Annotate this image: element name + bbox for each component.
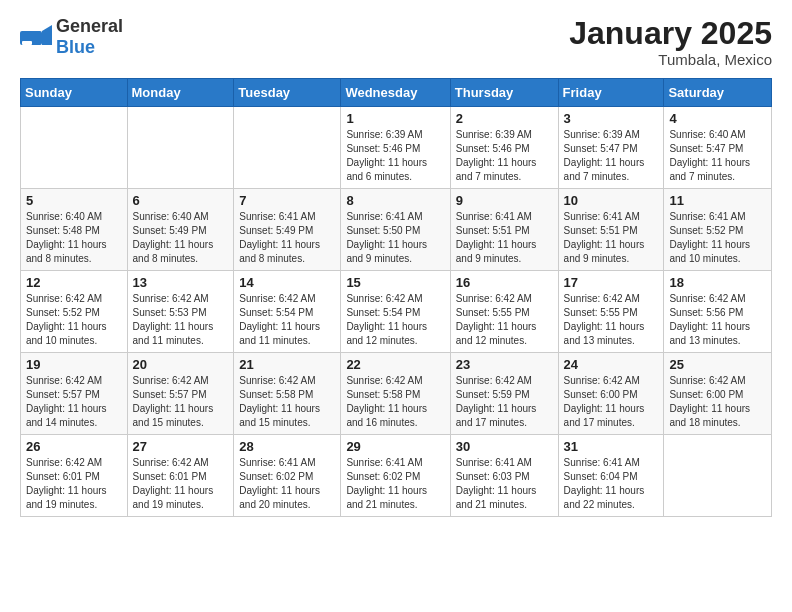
day-info: Sunrise: 6:42 AMSunset: 5:58 PMDaylight:…: [239, 374, 335, 430]
day-number: 29: [346, 439, 444, 454]
calendar-header-row: SundayMondayTuesdayWednesdayThursdayFrid…: [21, 79, 772, 107]
calendar-cell: 30Sunrise: 6:41 AMSunset: 6:03 PMDayligh…: [450, 435, 558, 517]
day-info: Sunrise: 6:42 AMSunset: 5:55 PMDaylight:…: [456, 292, 553, 348]
logo-icon: [20, 21, 52, 53]
calendar-cell: 8Sunrise: 6:41 AMSunset: 5:50 PMDaylight…: [341, 189, 450, 271]
calendar-cell: 31Sunrise: 6:41 AMSunset: 6:04 PMDayligh…: [558, 435, 664, 517]
day-info: Sunrise: 6:41 AMSunset: 6:02 PMDaylight:…: [239, 456, 335, 512]
day-info: Sunrise: 6:42 AMSunset: 5:59 PMDaylight:…: [456, 374, 553, 430]
calendar-cell: 10Sunrise: 6:41 AMSunset: 5:51 PMDayligh…: [558, 189, 664, 271]
calendar-cell: 4Sunrise: 6:40 AMSunset: 5:47 PMDaylight…: [664, 107, 772, 189]
day-info: Sunrise: 6:41 AMSunset: 5:50 PMDaylight:…: [346, 210, 444, 266]
day-header-monday: Monday: [127, 79, 234, 107]
calendar-cell: 11Sunrise: 6:41 AMSunset: 5:52 PMDayligh…: [664, 189, 772, 271]
calendar-cell: 21Sunrise: 6:42 AMSunset: 5:58 PMDayligh…: [234, 353, 341, 435]
day-number: 22: [346, 357, 444, 372]
day-number: 2: [456, 111, 553, 126]
day-info: Sunrise: 6:42 AMSunset: 5:57 PMDaylight:…: [133, 374, 229, 430]
day-info: Sunrise: 6:39 AMSunset: 5:47 PMDaylight:…: [564, 128, 659, 184]
day-info: Sunrise: 6:41 AMSunset: 6:04 PMDaylight:…: [564, 456, 659, 512]
day-info: Sunrise: 6:40 AMSunset: 5:48 PMDaylight:…: [26, 210, 122, 266]
day-info: Sunrise: 6:42 AMSunset: 5:58 PMDaylight:…: [346, 374, 444, 430]
calendar-title: January 2025: [569, 16, 772, 51]
calendar-week-row: 1Sunrise: 6:39 AMSunset: 5:46 PMDaylight…: [21, 107, 772, 189]
calendar-cell: 2Sunrise: 6:39 AMSunset: 5:46 PMDaylight…: [450, 107, 558, 189]
day-info: Sunrise: 6:41 AMSunset: 5:51 PMDaylight:…: [456, 210, 553, 266]
day-number: 12: [26, 275, 122, 290]
calendar-cell: 22Sunrise: 6:42 AMSunset: 5:58 PMDayligh…: [341, 353, 450, 435]
day-info: Sunrise: 6:41 AMSunset: 6:03 PMDaylight:…: [456, 456, 553, 512]
calendar-table: SundayMondayTuesdayWednesdayThursdayFrid…: [20, 78, 772, 517]
calendar-cell: 17Sunrise: 6:42 AMSunset: 5:55 PMDayligh…: [558, 271, 664, 353]
day-number: 11: [669, 193, 766, 208]
calendar-cell: [21, 107, 128, 189]
day-number: 4: [669, 111, 766, 126]
day-number: 26: [26, 439, 122, 454]
day-info: Sunrise: 6:42 AMSunset: 5:54 PMDaylight:…: [239, 292, 335, 348]
calendar-cell: 9Sunrise: 6:41 AMSunset: 5:51 PMDaylight…: [450, 189, 558, 271]
calendar-cell: 27Sunrise: 6:42 AMSunset: 6:01 PMDayligh…: [127, 435, 234, 517]
calendar-cell: 16Sunrise: 6:42 AMSunset: 5:55 PMDayligh…: [450, 271, 558, 353]
day-number: 14: [239, 275, 335, 290]
day-number: 13: [133, 275, 229, 290]
day-number: 20: [133, 357, 229, 372]
calendar-cell: 14Sunrise: 6:42 AMSunset: 5:54 PMDayligh…: [234, 271, 341, 353]
calendar-week-row: 5Sunrise: 6:40 AMSunset: 5:48 PMDaylight…: [21, 189, 772, 271]
day-info: Sunrise: 6:42 AMSunset: 6:01 PMDaylight:…: [133, 456, 229, 512]
calendar-cell: 13Sunrise: 6:42 AMSunset: 5:53 PMDayligh…: [127, 271, 234, 353]
day-info: Sunrise: 6:40 AMSunset: 5:49 PMDaylight:…: [133, 210, 229, 266]
day-info: Sunrise: 6:41 AMSunset: 5:52 PMDaylight:…: [669, 210, 766, 266]
calendar-cell: 24Sunrise: 6:42 AMSunset: 6:00 PMDayligh…: [558, 353, 664, 435]
day-number: 25: [669, 357, 766, 372]
day-info: Sunrise: 6:41 AMSunset: 6:02 PMDaylight:…: [346, 456, 444, 512]
day-info: Sunrise: 6:42 AMSunset: 5:52 PMDaylight:…: [26, 292, 122, 348]
day-info: Sunrise: 6:42 AMSunset: 6:01 PMDaylight:…: [26, 456, 122, 512]
day-number: 18: [669, 275, 766, 290]
day-number: 16: [456, 275, 553, 290]
calendar-cell: 29Sunrise: 6:41 AMSunset: 6:02 PMDayligh…: [341, 435, 450, 517]
calendar-cell: [664, 435, 772, 517]
day-info: Sunrise: 6:42 AMSunset: 5:54 PMDaylight:…: [346, 292, 444, 348]
calendar-cell: 7Sunrise: 6:41 AMSunset: 5:49 PMDaylight…: [234, 189, 341, 271]
day-number: 9: [456, 193, 553, 208]
day-number: 19: [26, 357, 122, 372]
day-info: Sunrise: 6:42 AMSunset: 5:55 PMDaylight:…: [564, 292, 659, 348]
calendar-cell: 26Sunrise: 6:42 AMSunset: 6:01 PMDayligh…: [21, 435, 128, 517]
day-info: Sunrise: 6:42 AMSunset: 5:53 PMDaylight:…: [133, 292, 229, 348]
calendar-cell: 23Sunrise: 6:42 AMSunset: 5:59 PMDayligh…: [450, 353, 558, 435]
calendar-cell: 20Sunrise: 6:42 AMSunset: 5:57 PMDayligh…: [127, 353, 234, 435]
day-info: Sunrise: 6:42 AMSunset: 5:57 PMDaylight:…: [26, 374, 122, 430]
day-info: Sunrise: 6:41 AMSunset: 5:49 PMDaylight:…: [239, 210, 335, 266]
day-header-friday: Friday: [558, 79, 664, 107]
day-header-saturday: Saturday: [664, 79, 772, 107]
day-number: 27: [133, 439, 229, 454]
day-number: 30: [456, 439, 553, 454]
header: General Blue January 2025 Tumbala, Mexic…: [20, 16, 772, 68]
calendar-week-row: 19Sunrise: 6:42 AMSunset: 5:57 PMDayligh…: [21, 353, 772, 435]
calendar-subtitle: Tumbala, Mexico: [569, 51, 772, 68]
calendar-cell: 1Sunrise: 6:39 AMSunset: 5:46 PMDaylight…: [341, 107, 450, 189]
svg-rect-2: [22, 41, 32, 45]
day-number: 28: [239, 439, 335, 454]
svg-marker-1: [42, 25, 52, 45]
day-info: Sunrise: 6:42 AMSunset: 6:00 PMDaylight:…: [669, 374, 766, 430]
calendar-cell: 6Sunrise: 6:40 AMSunset: 5:49 PMDaylight…: [127, 189, 234, 271]
calendar-cell: 25Sunrise: 6:42 AMSunset: 6:00 PMDayligh…: [664, 353, 772, 435]
day-info: Sunrise: 6:42 AMSunset: 6:00 PMDaylight:…: [564, 374, 659, 430]
day-info: Sunrise: 6:41 AMSunset: 5:51 PMDaylight:…: [564, 210, 659, 266]
calendar-week-row: 26Sunrise: 6:42 AMSunset: 6:01 PMDayligh…: [21, 435, 772, 517]
calendar-cell: 12Sunrise: 6:42 AMSunset: 5:52 PMDayligh…: [21, 271, 128, 353]
calendar-cell: [234, 107, 341, 189]
day-header-wednesday: Wednesday: [341, 79, 450, 107]
day-number: 15: [346, 275, 444, 290]
day-number: 1: [346, 111, 444, 126]
day-info: Sunrise: 6:39 AMSunset: 5:46 PMDaylight:…: [456, 128, 553, 184]
calendar-cell: 3Sunrise: 6:39 AMSunset: 5:47 PMDaylight…: [558, 107, 664, 189]
calendar-cell: 18Sunrise: 6:42 AMSunset: 5:56 PMDayligh…: [664, 271, 772, 353]
day-number: 21: [239, 357, 335, 372]
logo: General Blue: [20, 16, 123, 58]
day-number: 6: [133, 193, 229, 208]
calendar-cell: 15Sunrise: 6:42 AMSunset: 5:54 PMDayligh…: [341, 271, 450, 353]
title-block: January 2025 Tumbala, Mexico: [569, 16, 772, 68]
day-header-thursday: Thursday: [450, 79, 558, 107]
